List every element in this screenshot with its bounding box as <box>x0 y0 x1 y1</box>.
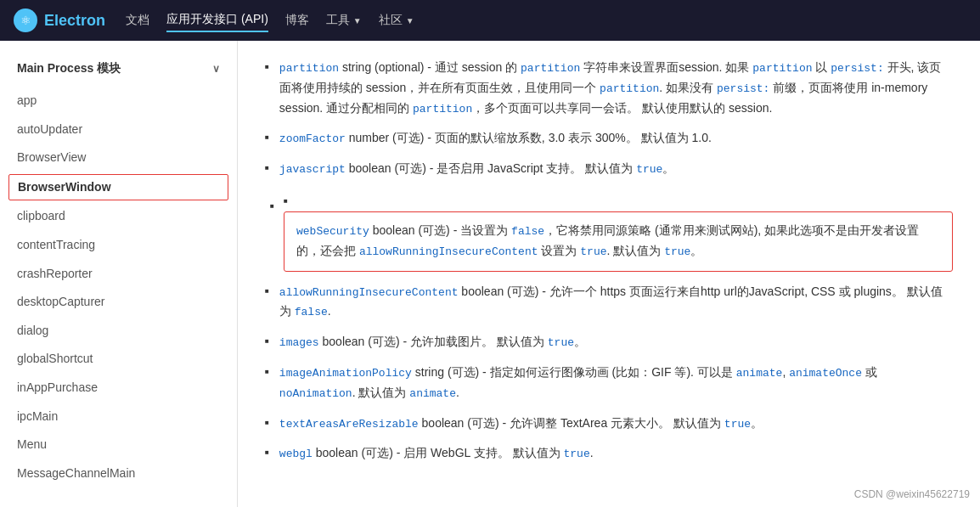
list-item-zoomfactor: zoomFactor number (可选) - 页面的默认缩放系数, 3.0 … <box>265 128 953 149</box>
main-layout: Main Process 模块 ∨ app autoUpdater Browse… <box>0 41 980 507</box>
false-ref2: false <box>295 306 328 318</box>
list-item-imageanimationpolicy: imageAnimationPolicy string (可选) - 指定如何运… <box>265 363 953 403</box>
item-text-javascript: javascript boolean (可选) - 是否启用 JavaScrip… <box>279 159 953 179</box>
sidebar-item-clipboard[interactable]: clipboard <box>0 202 237 231</box>
sidebar-item-inapppurchase[interactable]: inAppPurchase <box>0 374 237 403</box>
logo-text: Electron <box>44 12 105 30</box>
javascript-code: javascript <box>279 163 346 176</box>
sidebar-item-globalshortcut[interactable]: globalShortcut <box>0 345 237 374</box>
sidebar-item-contenttracing[interactable]: contentTracing <box>0 231 237 260</box>
sidebar-section-title: Main Process 模块 <box>17 61 121 76</box>
true-ref3: true <box>664 245 690 258</box>
list-item-webgl: webgl boolean (可选) - 启用 WebGL 支持。 默认值为 t… <box>265 443 953 464</box>
sidebar-item-messagechannelmain[interactable]: MessageChannelMain <box>0 459 237 488</box>
sidebar-section-header: Main Process 模块 ∨ <box>0 54 237 87</box>
sidebar-item-app[interactable]: app <box>0 87 237 115</box>
item-text-imageanimationpolicy: imageAnimationPolicy string (可选) - 指定如何运… <box>279 363 953 403</box>
textareasareresizable-code: textAreasAreResizable <box>279 418 419 431</box>
false-ref: false <box>511 225 544 238</box>
nav-dropdown-tools[interactable]: 工具 ▼ <box>326 13 362 28</box>
nav-link-api[interactable]: 应用开发接口 (API) <box>166 8 268 32</box>
noanimation-ref: noAnimation <box>279 387 352 400</box>
list-item-textareasareresizable: textAreasAreResizable boolean (可选) - 允许调… <box>265 414 953 434</box>
content-area: partition string (optional) - 通过 session… <box>238 41 980 507</box>
content-list: partition string (optional) - 通过 session… <box>265 58 953 464</box>
images-code: images <box>279 336 319 349</box>
sidebar-item-menu[interactable]: Menu <box>0 431 237 459</box>
partition-code: partition <box>279 62 339 75</box>
sidebar-item-crashreporter[interactable]: crashReporter <box>0 260 237 289</box>
true-ref6: true <box>563 448 589 460</box>
sidebar-item-browserwindow[interactable]: BrowserWindow <box>8 174 228 201</box>
item-text-textareasareresizable: textAreasAreResizable boolean (可选) - 允许调… <box>279 414 953 434</box>
nav-links: 文档 应用开发接口 (API) 博客 工具 ▼ 社区 ▼ <box>126 8 414 32</box>
sidebar-item-browserview[interactable]: BrowserView <box>0 144 237 172</box>
list-item-images: images boolean (可选) - 允许加载图片。 默认值为 true。 <box>265 332 953 352</box>
top-navigation: ⚛ Electron 文档 应用开发接口 (API) 博客 工具 ▼ 社区 ▼ <box>0 0 980 41</box>
partition-ref3: partition <box>600 82 659 95</box>
sidebar-chevron-icon[interactable]: ∨ <box>212 63 220 75</box>
tools-dropdown-arrow: ▼ <box>353 16 362 25</box>
nav-link-docs[interactable]: 文档 <box>126 9 149 31</box>
sidebar-item-dialog[interactable]: dialog <box>0 317 237 346</box>
partition-ref: partition <box>521 62 580 75</box>
sidebar-item-ipcmain[interactable]: ipcMain <box>0 403 237 431</box>
watermark: CSDN @weixin45622719 <box>854 488 970 500</box>
list-item-allowrunning: allowRunningInsecureContent boolean (可选)… <box>265 282 953 323</box>
websecurity-code: webSecurity <box>296 225 369 238</box>
allowrunning-code: allowRunningInsecureContent <box>279 286 459 299</box>
item-text-webgl: webgl boolean (可选) - 启用 WebGL 支持。 默认值为 t… <box>279 443 953 464</box>
true-ref2: true <box>580 245 606 258</box>
list-item-websecurity: ■ webSecurity boolean (可选) - 当设置为 false，… <box>265 189 953 272</box>
nav-dropdown-community[interactable]: 社区 ▼ <box>379 13 414 28</box>
logo[interactable]: ⚛ Electron <box>14 8 105 32</box>
imageanimationpolicy-code: imageAnimationPolicy <box>279 367 412 380</box>
item-text-images: images boolean (可选) - 允许加载图片。 默认值为 true。 <box>279 332 953 352</box>
allowrunning-ref: allowRunningInsecureContent <box>359 245 538 258</box>
partition-ref2: partition <box>752 62 812 75</box>
animate-ref2: animate <box>409 387 456 400</box>
true-ref: true <box>636 163 662 176</box>
zoomfactor-code: zoomFactor <box>279 132 346 145</box>
websecurity-highlighted-block: webSecurity boolean (可选) - 当设置为 false，它将… <box>284 211 953 271</box>
true-ref4: true <box>548 336 574 349</box>
item-text-zoomfactor: zoomFactor number (可选) - 页面的默认缩放系数, 3.0 … <box>279 128 953 149</box>
persist-ref: persist: <box>717 82 769 95</box>
nav-link-blog[interactable]: 博客 <box>285 9 309 31</box>
sidebar-item-desktopcapturer[interactable]: desktopCapturer <box>0 288 237 317</box>
animateonce-ref: animateOnce <box>789 367 862 380</box>
true-ref5: true <box>724 418 751 431</box>
sidebar: Main Process 模块 ∨ app autoUpdater Browse… <box>0 41 238 507</box>
partition-ref4: partition <box>413 103 472 115</box>
persist-code: persist: <box>831 62 883 75</box>
item-text-partition: partition string (optional) - 通过 session… <box>279 58 953 118</box>
sidebar-item-autoupdater[interactable]: autoUpdater <box>0 115 237 144</box>
electron-logo-icon: ⚛ <box>14 8 37 32</box>
item-text-allowrunning: allowRunningInsecureContent boolean (可选)… <box>279 282 953 323</box>
list-item-javascript: javascript boolean (可选) - 是否启用 JavaScrip… <box>265 159 953 179</box>
list-item-partition: partition string (optional) - 通过 session… <box>265 58 953 118</box>
community-dropdown-arrow: ▼ <box>406 16 414 25</box>
webgl-code: webgl <box>279 448 313 460</box>
animate-ref: animate <box>736 367 783 380</box>
